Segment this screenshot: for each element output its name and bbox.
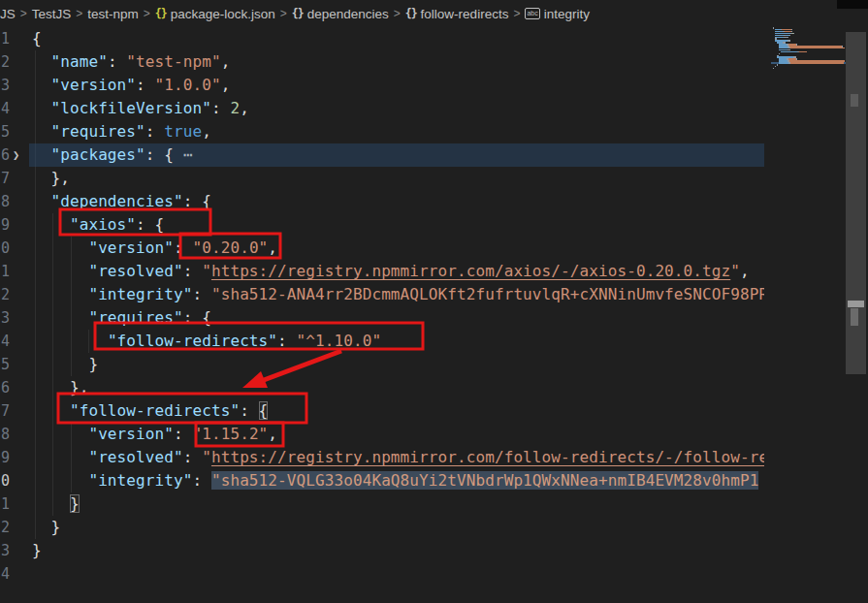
- breadcrumb-label: TestJS: [32, 7, 72, 21]
- code-text: "dependencies": {: [32, 190, 211, 213]
- breadcrumb-separator: >: [513, 7, 520, 20]
- line-number: 9: [1, 446, 10, 469]
- code-text: },: [32, 167, 70, 190]
- breadcrumb-item-test-npm[interactable]: test-npm: [87, 7, 139, 21]
- line-number: 0: [1, 237, 10, 260]
- code-text: "resolved": "https://registry.npmmirror.…: [32, 260, 750, 283]
- line-number: 0: [1, 469, 10, 492]
- scrollbar-corner: [837, 0, 868, 9]
- code-line-8[interactable]: 8 "dependencies": {: [0, 190, 764, 213]
- code-line-7[interactable]: 7 },: [0, 167, 764, 190]
- breadcrumb-label: follow-redirects: [421, 7, 509, 21]
- breadcrumb-label: integrity: [544, 7, 590, 21]
- code-line-23[interactable]: 3}: [0, 539, 764, 562]
- code-text: "requires": true,: [32, 120, 211, 143]
- code-text: }: [32, 539, 42, 562]
- overview-ruler-cursor-marker: [851, 308, 858, 326]
- vscode-editor-window: JS>TestJS>test-npm>{}package-lock.json>{…: [0, 0, 868, 603]
- code-line-13[interactable]: 3 "requires": {: [0, 306, 764, 330]
- line-number: 8: [1, 423, 10, 446]
- breadcrumb-item-js[interactable]: JS: [0, 7, 16, 21]
- code-text: {: [32, 27, 42, 50]
- line-number: 6: [1, 376, 10, 399]
- code-text: "name": "test-npm",: [32, 50, 230, 74]
- code-line-2[interactable]: 2 "name": "test-npm",: [0, 50, 764, 74]
- line-number: 3: [1, 539, 10, 562]
- breadcrumb-item-integrity[interactable]: abcintegrity: [525, 7, 590, 21]
- line-number: 1: [1, 260, 10, 283]
- code-line-5[interactable]: 5 "requires": true,: [0, 120, 764, 143]
- code-line-9[interactable]: 9 "axios": {: [0, 213, 764, 237]
- breadcrumb: JS>TestJS>test-npm>{}package-lock.json>{…: [0, 0, 868, 27]
- line-number: 1: [1, 492, 10, 516]
- code-line-21[interactable]: 1 }: [0, 492, 764, 516]
- code-line-15[interactable]: 5 }: [0, 353, 764, 376]
- breadcrumb-label: test-npm: [87, 7, 139, 21]
- code-text: "packages": { ⋯: [32, 143, 192, 167]
- breadcrumb-item-dependencies[interactable]: {}dependencies: [292, 7, 389, 21]
- overview-ruler-selection-marker: [848, 301, 864, 307]
- object-symbol-icon: {}: [292, 7, 304, 20]
- code-line-12[interactable]: 2 "integrity": "sha512-ANA4rr2BDcmmAQLOK…: [0, 283, 764, 306]
- code-line-1[interactable]: 1{: [0, 27, 764, 50]
- line-number: 4: [1, 330, 10, 353]
- breadcrumb-item-testjs[interactable]: TestJS: [32, 7, 72, 21]
- code-line-3[interactable]: 3 "version": "1.0.0",: [0, 74, 764, 97]
- line-number: 3: [1, 306, 10, 330]
- code-line-10[interactable]: 0 "version": "0.20.0",: [0, 237, 764, 260]
- code-text: "version": "1.0.0",: [32, 74, 230, 97]
- fold-chevron-icon[interactable]: ❯: [13, 143, 19, 167]
- scrollbar-thumb[interactable]: [846, 32, 866, 374]
- line-number: 6: [1, 143, 10, 167]
- breadcrumb-label: JS: [0, 7, 16, 21]
- code-line-17[interactable]: 7 "follow-redirects": {: [0, 399, 764, 423]
- object-symbol-icon: {}: [405, 7, 417, 20]
- code-line-4[interactable]: 4 "lockfileVersion": 2,: [0, 97, 764, 120]
- line-number: 5: [1, 120, 10, 143]
- minimap[interactable]: [771, 0, 846, 603]
- code-text: "integrity": "sha512-VQLG33o04KaQ8uYi2tV…: [32, 469, 758, 492]
- line-number: 9: [1, 213, 10, 237]
- code-line-24[interactable]: 4: [0, 562, 764, 586]
- line-number: 8: [1, 190, 10, 213]
- line-number: 4: [1, 97, 10, 120]
- breadcrumb-separator: >: [144, 7, 150, 20]
- code-text: }: [32, 492, 80, 516]
- breadcrumb-label: package-lock.json: [171, 7, 275, 21]
- code-line-20[interactable]: 0 "integrity": "sha512-VQLG33o04KaQ8uYi2…: [0, 469, 764, 492]
- code-text: "integrity": "sha512-ANA4rr2BDcmmAQLOKft…: [32, 283, 764, 306]
- code-line-11[interactable]: 1 "resolved": "https://registry.npmmirro…: [0, 260, 764, 283]
- code-text: "lockfileVersion": 2,: [32, 97, 249, 120]
- line-number: 3: [1, 74, 10, 97]
- code-text: "axios": {: [32, 213, 164, 237]
- line-number: 4: [1, 562, 10, 586]
- code-text: }: [32, 516, 60, 539]
- breadcrumb-separator: >: [394, 7, 401, 20]
- code-text: "follow-redirects": {: [32, 399, 268, 423]
- code-text: }: [32, 353, 98, 376]
- breadcrumb-separator: >: [76, 7, 82, 20]
- code-line-22[interactable]: 2 }: [0, 516, 764, 539]
- breadcrumb-item-follow-redirects[interactable]: {}follow-redirects: [405, 7, 509, 21]
- line-number: 7: [1, 167, 10, 190]
- code-line-16[interactable]: 6 },: [0, 376, 764, 399]
- code-line-6[interactable]: 6❯ "packages": { ⋯: [0, 143, 764, 167]
- breadcrumb-item-package-lock-json[interactable]: {}package-lock.json: [155, 7, 275, 21]
- line-number: 1: [1, 27, 10, 50]
- code-text: },: [32, 376, 88, 399]
- code-line-14[interactable]: 4 "follow-redirects": "^1.10.0": [0, 330, 764, 353]
- line-number: 5: [1, 353, 10, 376]
- code-text: "follow-redirects": "^1.10.0": [32, 330, 381, 353]
- code-line-18[interactable]: 8 "version": "1.15.2",: [0, 423, 764, 446]
- code-text: "requires": {: [32, 306, 211, 330]
- breadcrumb-separator: >: [280, 7, 287, 20]
- breadcrumb-separator: >: [20, 7, 27, 20]
- minimap-line: [773, 62, 844, 64]
- json-file-icon: {}: [155, 7, 167, 20]
- line-number: 2: [1, 50, 10, 74]
- code-text: "version": "0.20.0",: [32, 237, 277, 260]
- code-editor[interactable]: 1{2 "name": "test-npm",3 "version": "1.0…: [0, 27, 764, 586]
- string-symbol-icon: abc: [525, 8, 539, 19]
- breadcrumb-label: dependencies: [307, 7, 389, 21]
- code-line-19[interactable]: 9 "resolved": "https://registry.npmmirro…: [0, 446, 764, 469]
